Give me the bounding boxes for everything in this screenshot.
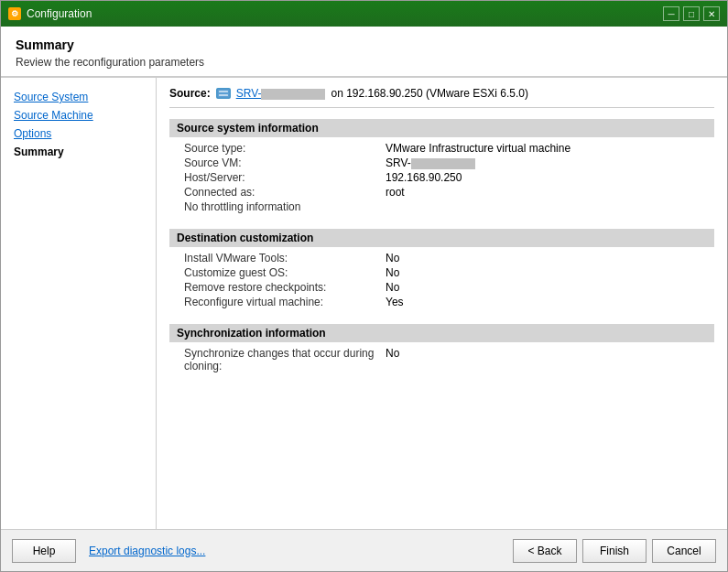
section-synchronization-info: Synchronization information Synchronize … [169, 324, 714, 377]
sidebar-item-source-machine[interactable]: Source Machine [8, 107, 148, 124]
main-window: ⚙ Configuration ─ □ ✕ Summary Review the… [0, 0, 728, 572]
info-value: VMware Infrastructure virtual machine [386, 142, 707, 155]
table-row: Remove restore checkpoints: No [184, 280, 707, 295]
svg-rect-2 [219, 94, 228, 96]
info-value: No [386, 281, 707, 294]
section-header-synchronization: Synchronization information [169, 324, 714, 342]
footer: Help Export diagnostic logs... < Back Fi… [1, 529, 727, 571]
content-area: Source System Source Machine Options Sum… [1, 77, 727, 529]
section-destination-customization: Destination customization Install VMware… [169, 229, 714, 313]
maximize-button[interactable]: □ [683, 6, 700, 21]
server-name-redacted [261, 89, 325, 100]
source-server-name: SRV- [236, 87, 326, 100]
info-label: Remove restore checkpoints: [184, 281, 386, 294]
info-value: No [386, 266, 707, 279]
header-area: Summary Review the reconfiguration param… [1, 27, 727, 77]
svg-rect-0 [217, 89, 230, 98]
sidebar: Source System Source Machine Options Sum… [1, 78, 157, 529]
info-label: Connected as: [184, 186, 386, 199]
section-body-synchronization: Synchronize changes that occur during cl… [169, 342, 714, 377]
info-label: Install VMware Tools: [184, 252, 386, 264]
page-title: Summary [16, 38, 712, 52]
footer-left: Help Export diagnostic logs... [12, 539, 211, 563]
info-label: Synchronize changes that occur during cl… [184, 347, 386, 372]
table-row: Install VMware Tools: No [184, 251, 707, 265]
sidebar-item-source-system[interactable]: Source System [8, 89, 148, 105]
info-label: Customize guest OS: [184, 266, 386, 279]
info-value: 192.168.90.250 [386, 171, 707, 184]
info-value: root [386, 186, 707, 199]
close-button[interactable]: ✕ [703, 6, 720, 21]
table-row: Source type: VMware Infrastructure virtu… [184, 141, 707, 156]
finish-button[interactable]: Finish [582, 539, 647, 563]
table-row: Host/Server: 192.168.90.250 [184, 170, 707, 185]
section-header-destination: Destination customization [169, 229, 714, 247]
back-button[interactable]: < Back [513, 539, 577, 563]
sidebar-item-options[interactable]: Options [8, 125, 148, 142]
help-button[interactable]: Help [12, 539, 76, 563]
svg-rect-1 [219, 91, 228, 92]
table-row: Customize guest OS: No [184, 265, 707, 280]
info-note: No throttling information [184, 200, 707, 214]
window-title: Configuration [27, 7, 92, 20]
table-row: Reconfigure virtual machine: Yes [184, 295, 707, 309]
source-label: Source: [169, 87, 211, 100]
section-source-system-info: Source system information Source type: V… [169, 119, 714, 218]
info-label: Host/Server: [184, 171, 386, 184]
section-header-source-system: Source system information [169, 119, 714, 137]
title-controls: ─ □ ✕ [663, 6, 720, 21]
title-bar-left: ⚙ Configuration [8, 7, 92, 20]
info-value: No [386, 252, 707, 264]
cancel-button[interactable]: Cancel [652, 539, 716, 563]
server-icon [216, 88, 231, 99]
table-row: Connected as: root [184, 185, 707, 200]
title-bar: ⚙ Configuration ─ □ ✕ [1, 1, 727, 27]
table-row: Source VM: SRV- [184, 156, 707, 170]
vm-name-redacted [411, 158, 475, 169]
section-body-destination: Install VMware Tools: No Customize guest… [169, 247, 714, 313]
sidebar-item-summary: Summary [8, 144, 148, 160]
export-logs-button[interactable]: Export diagnostic logs... [83, 539, 211, 563]
page-subtitle: Review the reconfiguration parameters [16, 56, 712, 69]
info-label: Reconfigure virtual machine: [184, 296, 386, 308]
info-value: SRV- [386, 156, 707, 169]
info-value: Yes [386, 296, 707, 308]
minimize-button[interactable]: ─ [663, 6, 679, 21]
app-icon: ⚙ [8, 7, 21, 20]
source-server-details: on 192.168.90.250 (VMware ESXi 6.5.0) [331, 87, 527, 100]
source-bar: Source: SRV- on 192.168.90.250 (VMware E… [169, 87, 714, 108]
info-label: Source type: [184, 142, 386, 155]
footer-right: < Back Finish Cancel [513, 539, 716, 563]
info-value: No [386, 347, 707, 372]
main-content: Source: SRV- on 192.168.90.250 (VMware E… [157, 78, 727, 529]
table-row: Synchronize changes that occur during cl… [184, 346, 707, 373]
section-body-source-system: Source type: VMware Infrastructure virtu… [169, 137, 714, 218]
info-label: Source VM: [184, 156, 386, 169]
